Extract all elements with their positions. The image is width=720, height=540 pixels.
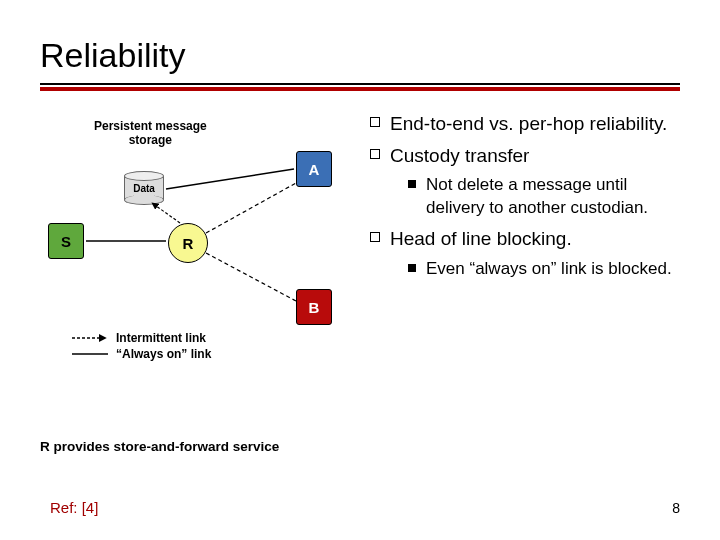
storage-label: Persistent message storage bbox=[94, 119, 207, 148]
legend-intermittent-label: Intermittent link bbox=[116, 331, 206, 345]
node-b: B bbox=[296, 289, 332, 325]
network-diagram: Persistent message storage Data bbox=[40, 105, 350, 365]
bullet-square-icon bbox=[370, 149, 380, 159]
bullet-text: Custody transfer bbox=[390, 143, 529, 169]
slide: Reliability Persistent message storage D… bbox=[0, 0, 720, 540]
database-icon: Data bbox=[124, 171, 164, 203]
bullet-end-to-end: End-to-end vs. per-hop reliability. bbox=[370, 111, 680, 137]
footer-caption: R provides store-and-forward service bbox=[40, 439, 279, 454]
bullet-text: Head of line blocking. bbox=[390, 226, 572, 252]
legend: Intermittent link “Always on” link bbox=[72, 331, 211, 363]
svg-line-1 bbox=[152, 203, 180, 223]
slide-title: Reliability bbox=[40, 36, 680, 75]
subbullet-hol: Even “always on” link is blocked. bbox=[408, 258, 680, 281]
legend-always-on: “Always on” link bbox=[72, 347, 211, 361]
diagram-column: Persistent message storage Data bbox=[40, 105, 350, 435]
svg-line-4 bbox=[206, 253, 296, 301]
bullet-text: End-to-end vs. per-hop reliability. bbox=[390, 111, 667, 137]
subbullet-text: Not delete a message until delivery to a… bbox=[426, 174, 680, 220]
legend-intermittent: Intermittent link bbox=[72, 331, 211, 345]
storage-label-line2: storage bbox=[94, 133, 207, 147]
page-number: 8 bbox=[672, 500, 680, 516]
text-column: End-to-end vs. per-hop reliability. Cust… bbox=[364, 105, 680, 435]
content-columns: Persistent message storage Data bbox=[40, 105, 680, 435]
bullet-hol: Head of line blocking. bbox=[370, 226, 680, 252]
storage-label-line1: Persistent message bbox=[94, 119, 207, 133]
data-label: Data bbox=[124, 183, 164, 194]
svg-line-3 bbox=[206, 183, 296, 233]
bullet-square-icon bbox=[370, 117, 380, 127]
node-a: A bbox=[296, 151, 332, 187]
subbullet-text: Even “always on” link is blocked. bbox=[426, 258, 672, 281]
legend-always-label: “Always on” link bbox=[116, 347, 211, 361]
title-rule bbox=[40, 83, 680, 91]
bullet-filled-square-icon bbox=[408, 180, 416, 188]
bullet-custody: Custody transfer bbox=[370, 143, 680, 169]
node-r: R bbox=[168, 223, 208, 263]
svg-line-2 bbox=[166, 169, 294, 189]
reference: Ref: [4] bbox=[50, 499, 98, 516]
bullet-filled-square-icon bbox=[408, 264, 416, 272]
subbullet-custody: Not delete a message until delivery to a… bbox=[408, 174, 680, 220]
bullet-square-icon bbox=[370, 232, 380, 242]
node-s: S bbox=[48, 223, 84, 259]
